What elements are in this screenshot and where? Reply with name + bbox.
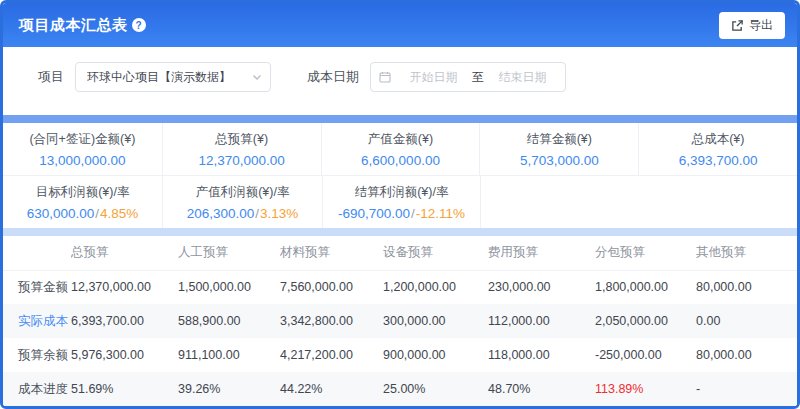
summary-label: 目标利润额(¥)/率 — [36, 184, 130, 201]
col-header-other-budget: 其他预算 — [696, 236, 800, 270]
summary-value: 6,393,700.00 — [679, 153, 758, 168]
summary-card-total-cost: 总成本(¥) 6,393,700.00 — [638, 123, 797, 175]
budget-table: 总预算 人工预算 材料预算 设备预算 费用预算 分包预算 其他预算 预算金额 1… — [3, 236, 800, 406]
table-row-cost-progress: 成本进度 51.69% 39.26% 44.22% 25.00% 48.70% … — [3, 372, 800, 406]
summary-card-total-budget: 总预算(¥) 12,370,000.00 — [162, 123, 321, 175]
summary-card-settlement-amount: 结算金额(¥) 5,703,000.00 — [479, 123, 638, 175]
summary-row-2: 目标利润额(¥)/率 630,000.00/4.85% 产值利润额(¥)/率 2… — [3, 176, 797, 228]
summary-panel: (合同+签证)金额(¥) 13,000,000.00 总预算(¥) 12,370… — [3, 123, 797, 228]
summary-value: 12,370,000.00 — [199, 153, 285, 168]
row-label: 成本进度 — [3, 372, 71, 406]
project-filter-label: 项目 — [38, 62, 64, 92]
table-header-row: 总预算 人工预算 材料预算 设备预算 费用预算 分包预算 其他预算 — [3, 236, 800, 270]
help-icon[interactable]: ? — [132, 18, 146, 32]
summary-label: (合同+签证)金额(¥) — [29, 131, 135, 148]
table-cell: 12,370,000.00 — [71, 270, 178, 304]
table-cell: 7,560,000.00 — [280, 270, 383, 304]
row-label: 预算余额 — [3, 338, 71, 372]
table-cell: 588,900.00 — [178, 304, 280, 338]
calendar-icon — [379, 71, 391, 83]
table-cell: 911,100.00 — [178, 338, 280, 372]
export-button[interactable]: 导出 — [719, 12, 785, 39]
summary-row-1: (合同+签证)金额(¥) 13,000,000.00 总预算(¥) 12,370… — [3, 123, 797, 175]
table-cell: 80,000.00 — [696, 270, 800, 304]
table-cell: 112,000.00 — [488, 304, 595, 338]
table-cell: 3,342,800.00 — [280, 304, 383, 338]
section-gap-pale — [3, 228, 797, 236]
table-row-actual-cost: 实际成本 6,393,700.00 588,900.00 3,342,800.0… — [3, 304, 800, 338]
table-cell: 39.26% — [178, 372, 280, 406]
table-cell-over-budget: 113.89% — [595, 372, 696, 406]
export-label: 导出 — [749, 17, 773, 34]
summary-value: 5,703,000.00 — [520, 153, 599, 168]
budget-table-panel: 总预算 人工预算 材料预算 设备预算 费用预算 分包预算 其他预算 预算金额 1… — [3, 236, 797, 406]
summary-value-rate: 206,300.00/3.13% — [187, 206, 299, 221]
col-header-material-budget: 材料预算 — [280, 236, 383, 270]
date-to-separator: 至 — [468, 69, 488, 86]
summary-label: 总预算(¥) — [215, 131, 268, 148]
table-cell: 6,393,700.00 — [71, 304, 178, 338]
start-date-input[interactable]: 开始日期 — [399, 69, 468, 86]
col-header-subcontract-budget: 分包预算 — [595, 236, 696, 270]
table-row-budget-amount: 预算金额 12,370,000.00 1,500,000.00 7,560,00… — [3, 270, 800, 304]
table-row-budget-balance: 预算余额 5,976,300.00 911,100.00 4,217,200.0… — [3, 338, 800, 372]
table-cell: -250,000.00 — [595, 338, 696, 372]
table-cell: 0.00 — [696, 304, 800, 338]
table-cell: 2,050,000.00 — [595, 304, 696, 338]
col-header-total-budget: 总预算 — [71, 236, 178, 270]
summary-empty-cell — [480, 176, 797, 228]
col-header-equipment-budget: 设备预算 — [383, 236, 488, 270]
project-select-value: 环球中心项目【演示数据】 — [87, 69, 252, 86]
table-cell: 5,976,300.00 — [71, 338, 178, 372]
summary-value-rate: -690,700.00/-12.11% — [338, 206, 465, 221]
table-cell: 48.70% — [488, 372, 595, 406]
chevron-down-icon — [252, 72, 262, 82]
table-cell: 51.69% — [71, 372, 178, 406]
col-header-rowlabel — [3, 236, 71, 270]
table-cell: - — [696, 372, 800, 406]
table-cell: 80,000.00 — [696, 338, 800, 372]
row-label-link[interactable]: 实际成本 — [3, 304, 71, 338]
project-select[interactable]: 环球中心项目【演示数据】 — [75, 62, 271, 92]
export-icon — [731, 19, 744, 32]
table-cell: 300,000.00 — [383, 304, 488, 338]
row-label: 预算金额 — [3, 270, 71, 304]
table-cell: 25.00% — [383, 372, 488, 406]
summary-label: 产值金额(¥) — [368, 131, 433, 148]
summary-card-target-profit: 目标利润额(¥)/率 630,000.00/4.85% — [3, 176, 162, 228]
summary-card-output-amount: 产值金额(¥) 6,600,000.00 — [321, 123, 480, 175]
filter-bar: 项目 环球中心项目【演示数据】 成本日期 开始日期 至 结束日期 — [3, 47, 797, 115]
summary-label: 产值利润额(¥)/率 — [196, 184, 290, 201]
summary-label: 结算金额(¥) — [527, 131, 592, 148]
end-date-input[interactable]: 结束日期 — [488, 69, 557, 86]
date-filter-label: 成本日期 — [307, 62, 359, 92]
col-header-expense-budget: 费用预算 — [488, 236, 595, 270]
table-cell: 900,000.00 — [383, 338, 488, 372]
col-header-labor-budget: 人工预算 — [178, 236, 280, 270]
table-cell: 4,217,200.00 — [280, 338, 383, 372]
summary-card-output-profit: 产值利润额(¥)/率 206,300.00/3.13% — [162, 176, 322, 228]
app-window: 项目成本汇总表 ? 导出 项目 环球中心项目【演示数据】 成本日期 — [0, 0, 800, 409]
summary-value-rate: 630,000.00/4.85% — [27, 206, 139, 221]
table-cell: 1,800,000.00 — [595, 270, 696, 304]
page-title: 项目成本汇总表 — [19, 16, 128, 35]
table-cell: 1,500,000.00 — [178, 270, 280, 304]
summary-value: 6,600,000.00 — [361, 153, 440, 168]
section-gap-blue — [3, 115, 797, 123]
date-range-input[interactable]: 开始日期 至 结束日期 — [370, 62, 566, 92]
summary-card-contract-amount: (合同+签证)金额(¥) 13,000,000.00 — [3, 123, 162, 175]
summary-label: 总成本(¥) — [692, 131, 745, 148]
table-cell: 230,000.00 — [488, 270, 595, 304]
summary-card-settlement-profit: 结算利润额(¥)/率 -690,700.00/-12.11% — [322, 176, 480, 228]
summary-value: 13,000,000.00 — [39, 153, 125, 168]
table-cell: 118,000.00 — [488, 338, 595, 372]
summary-label: 结算利润额(¥)/率 — [355, 184, 449, 201]
table-cell: 1,200,000.00 — [383, 270, 488, 304]
title-bar: 项目成本汇总表 ? 导出 — [3, 3, 797, 47]
table-cell: 44.22% — [280, 372, 383, 406]
